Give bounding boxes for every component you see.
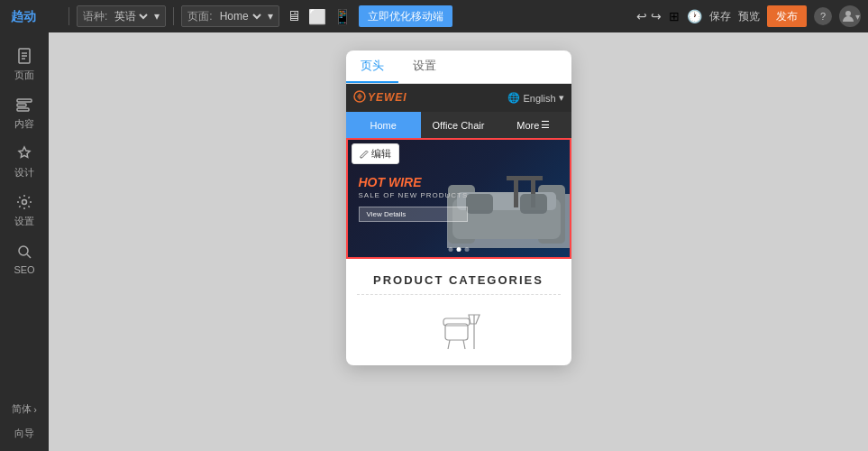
undo-icon[interactable]: ↩ bbox=[636, 9, 647, 23]
phone-menu-home[interactable]: Home bbox=[346, 112, 421, 138]
hero-dot-3[interactable] bbox=[464, 247, 469, 252]
svg-rect-23 bbox=[520, 194, 547, 214]
page-selector[interactable]: 页面: Home ▾ bbox=[181, 5, 279, 27]
content-area: 页头 设置 YEWEI 🌐 English ▾ bbox=[49, 32, 868, 451]
sidebar-guide-label: 向导 bbox=[14, 427, 34, 440]
sidebar-item-seo-label: SEO bbox=[14, 264, 34, 275]
phone-menu-bar: Home Office Chair More ☰ bbox=[346, 112, 571, 138]
svg-rect-8 bbox=[17, 108, 29, 111]
phone-lang-selector[interactable]: 🌐 English ▾ bbox=[507, 92, 563, 104]
lang-chevron-icon: ▾ bbox=[154, 10, 160, 23]
user-avatar[interactable]: ▾ bbox=[839, 5, 861, 27]
product-categories-title: PRODUCT CATEGORIES bbox=[357, 273, 561, 287]
page-select[interactable]: Home bbox=[216, 9, 264, 23]
phone-logo: YEWEI bbox=[353, 87, 508, 108]
category-icon-area bbox=[357, 306, 561, 351]
sidebar-lang-chevron-icon: › bbox=[33, 404, 37, 415]
svg-line-26 bbox=[463, 340, 465, 349]
svg-rect-19 bbox=[507, 176, 543, 180]
optimize-button[interactable]: 立即优化移动端 bbox=[359, 5, 452, 27]
hero-subtitle: SALE OF NEW PRODUCTS bbox=[359, 191, 469, 199]
save-button[interactable]: 保存 bbox=[709, 9, 731, 24]
phone-tab-settings[interactable]: 设置 bbox=[398, 51, 451, 83]
svg-rect-6 bbox=[17, 99, 32, 102]
svg-line-25 bbox=[448, 340, 450, 349]
svg-rect-27 bbox=[443, 318, 470, 326]
svg-text:YEWEI: YEWEI bbox=[368, 91, 407, 104]
svg-point-10 bbox=[19, 246, 28, 255]
edit-button[interactable]: 编辑 bbox=[352, 143, 399, 164]
svg-point-1 bbox=[845, 11, 851, 16]
history-icon[interactable]: 🕐 bbox=[687, 9, 702, 23]
phone-tab-bar: 页头 设置 bbox=[346, 51, 571, 84]
undo-redo-group: ↩ ↪ bbox=[636, 9, 662, 23]
help-icon[interactable]: ? bbox=[814, 7, 832, 25]
sidebar-item-design[interactable]: 设计 bbox=[0, 137, 49, 186]
sidebar-bottom: 简体 › 向导 bbox=[8, 399, 41, 451]
sidebar-item-settings[interactable]: 设置 bbox=[0, 186, 49, 235]
sidebar-item-content-label: 内容 bbox=[14, 117, 34, 131]
desktop-icon[interactable]: 🖥 bbox=[287, 8, 301, 24]
phone-hero-wrapper: 编辑 bbox=[346, 138, 571, 259]
page-label: 页面: bbox=[187, 9, 212, 24]
svg-rect-20 bbox=[514, 180, 518, 207]
hero-cta-button[interactable]: View Details bbox=[359, 207, 469, 222]
hero-title-line1: HOT WIRE bbox=[359, 175, 469, 190]
phone-menu-office-chair[interactable]: Office Chair bbox=[421, 112, 496, 138]
lang-label: 语种: bbox=[83, 9, 107, 24]
svg-point-9 bbox=[23, 199, 27, 204]
publish-button[interactable]: 发布 bbox=[767, 5, 807, 27]
sidebar-item-seo[interactable]: SEO bbox=[0, 235, 49, 283]
sidebar-item-settings-label: 设置 bbox=[14, 215, 34, 228]
device-selector: 🖥 ⬜ 📱 bbox=[287, 8, 352, 25]
hero-dot-2[interactable] bbox=[456, 247, 461, 252]
page-chevron-icon: ▾ bbox=[268, 10, 273, 23]
main-area: 页面 内容 设计 设置 bbox=[0, 32, 868, 451]
svg-rect-24 bbox=[445, 324, 468, 340]
language-selector[interactable]: 语种: 英语 中文 ▾ bbox=[77, 5, 166, 27]
phone-product-categories: PRODUCT CATEGORIES bbox=[346, 259, 571, 365]
avatar-chevron-icon: ▾ bbox=[855, 12, 860, 22]
sidebar: 页面 内容 设计 设置 bbox=[0, 32, 49, 451]
hero-dots bbox=[448, 247, 469, 252]
preview-button[interactable]: 预览 bbox=[738, 9, 760, 24]
sidebar-item-design-label: 设计 bbox=[14, 166, 34, 179]
main-toolbar: 趋动 语种: 英语 中文 ▾ 页面: Home ▾ 🖥 ⬜ 📱 立即优化移动端 … bbox=[0, 0, 868, 32]
phone-lang-text: English bbox=[523, 93, 555, 104]
phone-menu-more-label: More bbox=[516, 120, 539, 131]
edit-btn-label: 编辑 bbox=[371, 147, 391, 161]
svg-rect-7 bbox=[17, 104, 26, 106]
svg-line-11 bbox=[27, 254, 31, 258]
toolbar-divider-2 bbox=[173, 7, 174, 25]
phone-tab-header[interactable]: 页头 bbox=[346, 51, 398, 83]
toolbar-divider-1 bbox=[69, 7, 69, 25]
hero-text-area: HOT WIRE SALE OF NEW PRODUCTS View Detai… bbox=[348, 161, 480, 237]
phone-menu-more-icon: ☰ bbox=[541, 119, 550, 131]
lang-select[interactable]: 英语 中文 bbox=[111, 9, 151, 23]
hero-dot-1[interactable] bbox=[448, 247, 452, 252]
svg-text:趋动: 趋动 bbox=[11, 9, 36, 23]
globe-icon: 🌐 bbox=[507, 92, 520, 104]
sidebar-item-page[interactable]: 页面 bbox=[0, 40, 49, 88]
sidebar-item-content[interactable]: 内容 bbox=[0, 88, 49, 137]
phone-nav: YEWEI 🌐 English ▾ bbox=[346, 84, 571, 112]
grid-icon[interactable]: ⊞ bbox=[669, 9, 680, 23]
section-divider bbox=[357, 294, 561, 295]
phone-mockup: 页头 设置 YEWEI 🌐 English ▾ bbox=[346, 51, 571, 365]
redo-icon[interactable]: ↪ bbox=[651, 9, 662, 23]
sidebar-lang-label: 简体 bbox=[12, 402, 32, 416]
sidebar-lang-switch[interactable]: 简体 › bbox=[8, 399, 41, 419]
tablet-icon[interactable]: ⬜ bbox=[308, 8, 326, 25]
phone-lang-chevron-icon: ▾ bbox=[559, 92, 564, 104]
phone-menu-more[interactable]: More ☰ bbox=[496, 112, 571, 138]
sidebar-guide[interactable]: 向导 bbox=[11, 423, 38, 444]
mobile-icon[interactable]: 📱 bbox=[333, 8, 352, 25]
logo: 趋动 bbox=[7, 5, 61, 27]
sidebar-item-page-label: 页面 bbox=[14, 69, 34, 82]
